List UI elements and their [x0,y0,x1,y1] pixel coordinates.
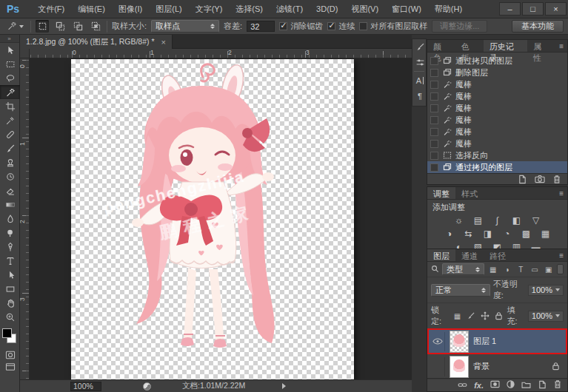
status-popup-arrow-icon[interactable] [282,383,286,389]
crop-tool[interactable] [0,99,20,113]
history-step-selected[interactable]: 通过拷贝的图层 [427,161,567,173]
photo-filter-icon[interactable]: ◔ [500,229,515,239]
delete-trash-icon[interactable] [552,175,561,186]
subtract-from-selection-button[interactable] [71,20,84,33]
visibility-toggle[interactable] [430,332,445,351]
filter-shape-layers-icon[interactable]: ▭ [529,264,541,275]
sample-all-layers-checkbox[interactable]: 对所有图层取样 [359,21,427,32]
sample-size-dropdown[interactable]: 取样点 [151,20,219,33]
screen-mode-button[interactable] [0,361,20,373]
brightness-contrast-icon[interactable]: ☼ [452,215,467,226]
menu-filter[interactable]: 滤镜(T) [270,1,310,18]
character-panel-icon[interactable]: A [412,72,427,88]
eraser-tool[interactable] [0,183,20,197]
menu-help[interactable]: 帮助(H) [428,1,469,18]
history-brush-tool[interactable] [0,169,20,183]
rectangular-marquee-tool[interactable] [0,57,20,71]
tab-adjustments[interactable]: 调整 [427,187,455,199]
new-snapshot-camera-icon[interactable] [535,175,545,185]
history-source-well[interactable] [430,92,438,101]
history-step[interactable]: 通过拷贝的图层 [427,55,567,67]
maximize-button[interactable]: □ [522,2,544,16]
pen-tool[interactable] [0,240,20,254]
history-source-well[interactable] [430,140,438,148]
delete-layer-trash-icon[interactable] [553,379,562,391]
filter-kind-dropdown[interactable]: 类型 [442,263,484,275]
layer-row-layer-1[interactable]: 图层 1 [427,329,567,354]
lock-transparency-icon[interactable]: ▦ [452,311,463,322]
refine-edge-button[interactable]: 调整边缘... [432,20,487,33]
history-step[interactable]: 魔棒 [427,114,567,126]
tab-layers[interactable]: 图层 [427,249,455,261]
menu-window[interactable]: 窗口(W) [385,1,428,18]
filter-type-layers-icon[interactable]: T [515,264,527,275]
type-tool[interactable] [0,254,20,268]
horizontal-ruler[interactable]: 0 1 2 3 [30,49,412,58]
brush-presets-panel-icon[interactable] [412,39,427,55]
menu-type[interactable]: 文字(Y) [189,1,230,18]
dodge-tool[interactable] [0,226,20,240]
ruler-origin[interactable] [20,49,30,58]
curves-icon[interactable]: ∫ [490,215,505,226]
tab-color[interactable]: 颜色 [427,40,455,52]
rectangle-shape-tool[interactable] [0,282,20,296]
history-step[interactable]: 魔棒 [427,102,567,114]
tab-channels[interactable]: 通道 [455,249,484,261]
color-balance-icon[interactable]: ⇆ [461,229,476,239]
magic-wand-tool[interactable] [0,85,20,99]
quick-mask-button[interactable] [0,349,20,361]
history-source-well[interactable] [430,81,438,89]
workspace-button[interactable]: 基本功能 [512,20,564,33]
layer-thumbnail[interactable] [450,331,469,353]
history-source-well[interactable] [430,116,438,124]
panel-menu-icon[interactable]: ≡ [555,187,567,199]
history-source-well[interactable] [430,69,438,77]
layer-name[interactable]: 背景 [473,361,490,372]
antialias-checkbox[interactable]: 消除锯齿 [279,21,323,32]
clone-source-panel-icon[interactable] [412,55,427,70]
foreground-color-swatch[interactable] [2,328,12,338]
link-layers-icon[interactable] [458,381,467,390]
filter-pixel-layers-icon[interactable]: ▦ [487,264,498,275]
zoom-tool[interactable] [0,310,20,324]
hand-tool[interactable] [0,296,20,310]
menu-image[interactable]: 图像(I) [112,1,149,18]
history-step[interactable]: 魔棒 [427,78,567,90]
clone-stamp-tool[interactable] [0,155,20,169]
levels-icon[interactable]: ▤ [471,215,486,226]
history-source-well[interactable] [430,128,438,136]
menu-3d[interactable]: 3D(D) [310,1,344,16]
tab-properties[interactable]: 属性 [527,40,555,52]
new-adjustment-layer-icon[interactable] [507,380,515,390]
tool-preset-picker[interactable] [4,20,26,33]
layer-thumbnail[interactable] [450,356,469,378]
brush-tool[interactable] [0,141,20,155]
lock-all-icon[interactable] [493,311,504,322]
tolerance-input[interactable]: 32 [247,21,275,32]
close-button[interactable]: × [545,2,567,16]
add-layer-mask-icon[interactable] [490,380,500,390]
history-step[interactable]: 选择反向 [427,149,567,161]
history-step[interactable]: 魔棒 [427,90,567,102]
vibrance-icon[interactable]: ▽ [529,215,544,226]
visibility-toggle-off[interactable] [430,357,445,376]
new-layer-icon[interactable] [538,380,547,391]
history-step[interactable]: 魔棒 [427,138,567,149]
menu-file[interactable]: 文件(F) [31,1,71,18]
new-group-folder-icon[interactable] [521,381,531,390]
add-to-selection-button[interactable] [53,20,67,33]
history-source-well[interactable] [430,57,438,65]
tab-swatches[interactable]: 色板 [455,40,484,52]
layer-filter-toggle[interactable] [557,264,564,274]
tab-history[interactable]: 历史记录 [484,40,528,52]
filter-adjustment-layers-icon[interactable]: ◑ [501,264,512,275]
hue-saturation-icon[interactable]: ◑ [442,229,457,239]
document-tab[interactable]: 1.2.8.jpg @ 100% (图层 1, RGB/8#) * × [20,35,173,49]
new-document-from-state-icon[interactable] [518,175,527,186]
eyedropper-tool[interactable] [0,113,20,127]
history-step[interactable]: 魔棒 [427,126,567,138]
smudge-tool[interactable] [0,212,20,226]
layer-name[interactable]: 图层 1 [473,336,496,347]
history-source-well[interactable] [430,104,438,112]
tab-styles[interactable]: 样式 [455,187,484,199]
